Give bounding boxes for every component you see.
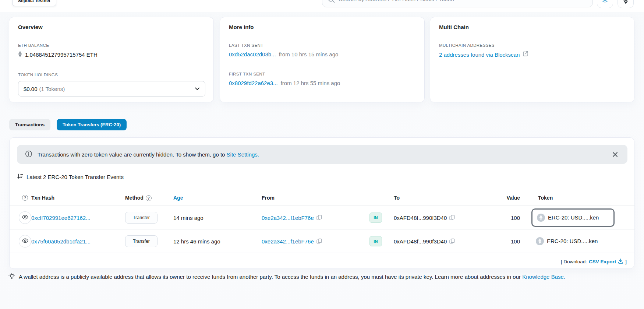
search-input[interactable]	[339, 0, 581, 7]
external-link-icon	[523, 51, 528, 59]
question-icon: ?	[146, 195, 152, 201]
site-settings-link[interactable]: Site Settings.	[227, 151, 259, 158]
copy-icon[interactable]	[449, 238, 455, 244]
csv-export-link[interactable]: CSV Export	[589, 259, 616, 264]
network-menu-button[interactable]	[618, 0, 634, 8]
eth-balance-value-row: 1.048845127995715754 ETH	[18, 51, 205, 59]
direction-badge: IN	[369, 213, 382, 223]
wallet-tip: A wallet address is a publicly available…	[8, 273, 565, 281]
col-method: Method ?	[125, 195, 152, 201]
address-page: Sepolia Testnet Overview ETH BALANCE 1.0…	[0, 0, 644, 309]
age-cell: 12 hrs 46 mins ago	[173, 238, 220, 244]
table-row: 0xcff702991ee627162... Transfer 14 mins …	[10, 206, 635, 229]
multi-chain-card: Multi Chain MULTICHAIN ADDRESSES 2 addre…	[430, 17, 634, 102]
network-badge[interactable]: Sepolia Testnet	[12, 0, 56, 6]
token-link[interactable]: ERC-20: USD.....ken	[531, 208, 615, 227]
eth-icon	[18, 51, 22, 59]
list-heading: Latest 2 ERC-20 Token Transfer Events	[17, 173, 124, 180]
eth-balance-label: ETH BALANCE	[18, 43, 205, 48]
holdings-value: $0.00	[24, 86, 38, 92]
age-cell: 14 mins ago	[173, 214, 204, 221]
more-info-card: More Info LAST TXN SENT 0xd52dac02d03b..…	[220, 17, 425, 102]
last-txn-hash-link[interactable]: 0xd52dac02d03b...	[229, 51, 276, 58]
copy-icon[interactable]	[316, 238, 322, 244]
eth-balance-value: 1.048845127995715754 ETH	[25, 51, 98, 59]
search-bar	[322, 0, 593, 7]
question-icon: ?	[22, 195, 28, 201]
col-value: Value	[484, 195, 520, 201]
overview-card: Overview ETH BALANCE 1.04884512799571575…	[9, 17, 214, 102]
col-to: To	[394, 195, 400, 201]
method-badge[interactable]: Transfer	[125, 212, 158, 224]
tab-transactions[interactable]: Transactions	[9, 119, 50, 130]
from-address-link[interactable]: 0xe2a342...f1ebF76e	[262, 214, 314, 221]
download-prefix: [ Download:	[561, 259, 587, 264]
knowledge-base-link[interactable]: Knowledge Base.	[522, 274, 565, 280]
download-icon	[618, 258, 623, 265]
token-holdings-dropdown[interactable]: $0.00 (1 Tokens)	[18, 81, 205, 96]
first-txn-label: FIRST TXN SENT	[229, 71, 415, 77]
chevron-down-icon	[195, 86, 200, 91]
token-transfers-panel: Transactions with zero token value are c…	[9, 137, 634, 269]
info-icon	[25, 150, 32, 159]
from-address-link[interactable]: 0xe2a342...f1ebF76e	[262, 238, 314, 244]
col-age-sort[interactable]: Age	[173, 195, 183, 201]
direction-badge: IN	[369, 236, 382, 246]
list-heading-text: Latest 2 ERC-20 Token Transfer Events	[26, 174, 124, 180]
token-link[interactable]: ERC-20: USD.....ken	[531, 232, 615, 250]
table-row: 0x75f60a052db1cfa21... Transfer 12 hrs 4…	[10, 229, 635, 253]
card-title: More Info	[229, 24, 415, 31]
bulb-icon	[8, 273, 15, 281]
value-cell: 100	[484, 238, 520, 244]
ethereum-icon	[623, 0, 629, 6]
to-address: 0xAFD48f...990f3D40	[394, 238, 447, 244]
tab-token-transfers[interactable]: Token Transfers (ERC-20)	[57, 119, 127, 130]
search-icon	[328, 0, 335, 4]
copy-icon[interactable]	[449, 215, 455, 221]
copy-icon[interactable]	[316, 215, 322, 221]
close-icon[interactable]	[611, 150, 619, 159]
method-badge[interactable]: Transfer	[125, 235, 158, 247]
eye-icon	[22, 214, 28, 221]
token-name: ERC-20: USD.....ken	[547, 238, 598, 244]
card-title: Overview	[18, 24, 205, 31]
multichain-addresses-label: MULTICHAIN ADDRESSES	[439, 43, 625, 48]
value-cell: 100	[484, 214, 520, 221]
download-line: [ Download: CSV Export ]	[561, 258, 627, 265]
token-holdings-label: TOKEN HOLDINGS	[18, 72, 205, 77]
txn-hash-link[interactable]: 0x75f60a052db1cfa21...	[31, 238, 91, 244]
banner-text: Transactions with zero token value are c…	[38, 151, 225, 158]
token-eth-icon	[536, 237, 544, 245]
table-header-row: ? Txn Hash Method ? Age From To Value To…	[10, 190, 635, 206]
preview-button[interactable]	[19, 235, 31, 247]
token-eth-icon	[537, 214, 545, 222]
download-suffix: ]	[625, 259, 627, 264]
card-title: Multi Chain	[439, 24, 625, 31]
theme-toggle-button[interactable]	[597, 0, 613, 8]
last-txn-time: from 10 hrs 15 mins ago	[279, 51, 339, 58]
hidden-transactions-banner: Transactions with zero token value are c…	[17, 145, 627, 164]
last-txn-label: LAST TXN SENT	[229, 43, 415, 48]
sun-icon	[601, 0, 609, 5]
col-token: Token	[538, 195, 553, 201]
top-navbar: Sepolia Testnet	[0, 0, 644, 12]
txn-hash-link[interactable]: 0xcff702991ee627162...	[31, 214, 91, 221]
wallet-tip-text: A wallet address is a publicly available…	[19, 274, 521, 280]
eye-icon	[22, 238, 28, 245]
token-name: ERC-20: USD.....ken	[548, 214, 599, 221]
first-txn-hash-link[interactable]: 0x8029fd22a62e3...	[229, 80, 278, 87]
blockscan-link[interactable]: 2 addresses found via Blockscan	[439, 51, 520, 59]
holdings-count: (1 Tokens)	[39, 86, 65, 92]
sort-icon	[17, 173, 23, 180]
preview-button[interactable]	[19, 211, 31, 224]
first-txn-time: from 12 hrs 55 mins ago	[281, 80, 340, 87]
to-address: 0xAFD48f...990f3D40	[394, 214, 447, 221]
col-txn-hash: Txn Hash	[31, 195, 54, 201]
col-from: From	[262, 195, 275, 201]
